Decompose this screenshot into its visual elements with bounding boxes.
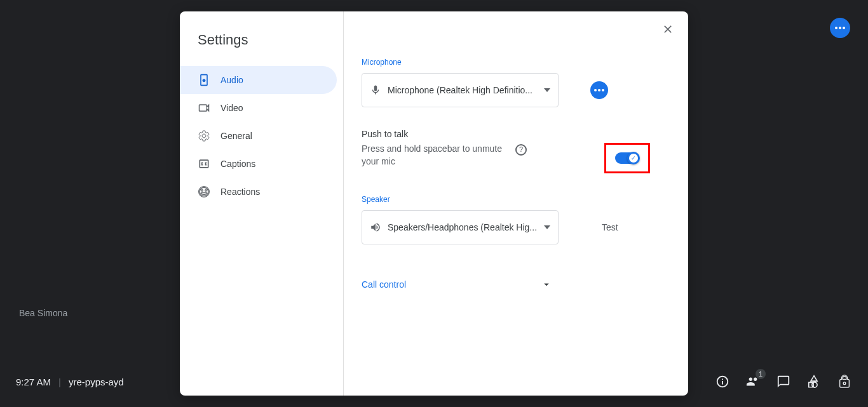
- nav-item-captions[interactable]: Captions: [180, 150, 337, 178]
- meeting-code: yre-pyps-ayd: [69, 377, 124, 387]
- nav-label-video: Video: [220, 103, 243, 113]
- speaker-select[interactable]: Speakers/Headphones (Realtek Hig...: [362, 210, 559, 244]
- chevron-down-icon: [541, 279, 552, 290]
- microphone-icon: [370, 84, 381, 96]
- speaker-value: Speakers/Headphones (Realtek Hig...: [388, 222, 538, 232]
- settings-modal: Settings Audio Video General Captions Re…: [180, 11, 688, 396]
- activities-icon[interactable]: [806, 374, 822, 389]
- nav-label-captions: Captions: [220, 159, 255, 169]
- nav-label-reactions: Reactions: [220, 187, 260, 197]
- nav-item-audio[interactable]: Audio: [180, 66, 337, 94]
- people-icon[interactable]: 1: [745, 374, 761, 389]
- dropdown-icon: [544, 88, 550, 92]
- check-icon: ✓: [629, 154, 638, 163]
- separator: |: [58, 377, 61, 387]
- microphone-select[interactable]: Microphone (Realtek High Definitio...: [362, 73, 559, 107]
- mic-activity-indicator: [590, 81, 608, 99]
- clock-time: 9:27 AM: [16, 377, 51, 387]
- nav-item-video[interactable]: Video: [180, 94, 337, 122]
- call-control-label: Call control: [362, 279, 406, 290]
- microphone-value: Microphone (Realtek High Definitio...: [388, 85, 538, 95]
- lock-icon[interactable]: [837, 374, 852, 389]
- push-to-talk-toggle[interactable]: ✓: [615, 152, 639, 164]
- highlight-box: ✓: [604, 143, 650, 173]
- speaker-icon: [370, 222, 381, 233]
- nav-label-general: General: [220, 131, 252, 141]
- more-options-button[interactable]: [830, 18, 850, 38]
- call-control-expand[interactable]: Call control: [362, 279, 552, 290]
- participant-name: Bea Simona: [19, 308, 67, 318]
- settings-title: Settings: [180, 27, 343, 66]
- push-to-talk-desc: Press and hold spacebar to unmute your m…: [362, 143, 509, 168]
- info-icon[interactable]: [715, 374, 730, 389]
- nav-item-reactions[interactable]: Reactions: [180, 178, 337, 206]
- microphone-section-label: Microphone: [362, 58, 670, 67]
- chat-icon[interactable]: [776, 374, 791, 389]
- close-button[interactable]: [661, 23, 674, 39]
- people-count-badge: 1: [756, 369, 766, 379]
- nav-item-general[interactable]: General: [180, 122, 337, 150]
- help-icon[interactable]: ?: [515, 144, 527, 156]
- settings-sidebar: Settings Audio Video General Captions Re…: [180, 11, 344, 396]
- settings-main: Microphone Microphone (Realtek High Defi…: [344, 11, 688, 396]
- speaker-section-label: Speaker: [362, 195, 670, 204]
- test-speaker-button[interactable]: Test: [590, 222, 618, 232]
- dropdown-icon: [544, 225, 550, 229]
- push-to-talk-title: Push to talk: [362, 129, 670, 139]
- nav-label-audio: Audio: [220, 75, 243, 85]
